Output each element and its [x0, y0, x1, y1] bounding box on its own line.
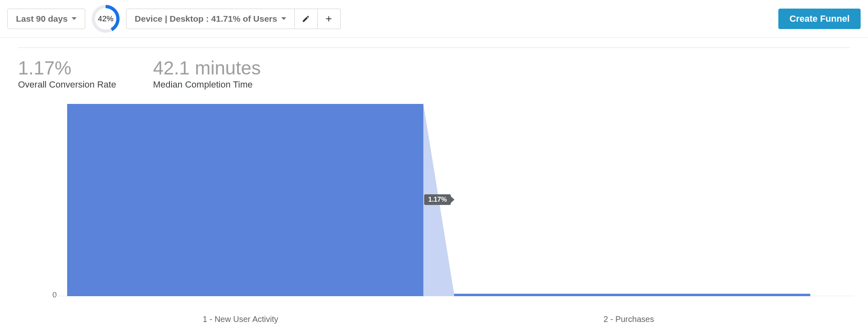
add-segment-button[interactable] — [318, 9, 341, 29]
conversion-badge: 1.17% — [424, 194, 451, 205]
y-axis-zero-label: 0 — [52, 290, 57, 299]
create-funnel-label: Create Funnel — [789, 14, 850, 24]
median-time-label: Median Completion Time — [153, 79, 261, 90]
toolbar: Last 90 days 42% Device | Desktop : 41.7… — [0, 0, 868, 38]
pencil-icon — [302, 15, 310, 23]
donut-percent-text: 42% — [91, 4, 120, 34]
segment-selector-button[interactable]: Device | Desktop : 41.71% of Users — [126, 9, 295, 29]
x-axis-label-step-1: 1 - New User Activity — [203, 315, 278, 324]
date-range-label: Last 90 days — [16, 14, 68, 24]
edit-segment-button[interactable] — [295, 9, 318, 29]
svg-rect-4 — [454, 294, 810, 296]
content-area: 1.17% Overall Conversion Rate 42.1 minut… — [0, 38, 868, 308]
create-funnel-button[interactable]: Create Funnel — [778, 9, 861, 29]
date-range-button[interactable]: Last 90 days — [7, 9, 85, 29]
panel-divider — [18, 47, 850, 48]
plus-icon — [324, 14, 333, 23]
chevron-down-icon — [72, 17, 77, 20]
segment-percent-donut: 42% — [91, 4, 120, 34]
segment-button-group: Device | Desktop : 41.71% of Users — [126, 9, 341, 29]
metric-conversion-rate: 1.17% Overall Conversion Rate — [18, 58, 116, 90]
median-time-value: 42.1 minutes — [153, 58, 261, 79]
conversion-rate-value: 1.17% — [18, 58, 116, 79]
conversion-badge-text: 1.17% — [428, 196, 447, 203]
svg-rect-2 — [67, 104, 423, 296]
segment-selector-label: Device | Desktop : 41.71% of Users — [135, 14, 277, 24]
metrics-row: 1.17% Overall Conversion Rate 42.1 minut… — [18, 58, 850, 90]
conversion-rate-label: Overall Conversion Rate — [18, 79, 116, 90]
x-axis-label-step-2: 2 - Purchases — [604, 315, 654, 324]
chevron-down-icon — [281, 17, 286, 20]
metric-median-time: 42.1 minutes Median Completion Time — [153, 58, 261, 90]
funnel-chart: 0 1.17% 1 - New User Activity 2 - Purcha… — [67, 104, 850, 308]
